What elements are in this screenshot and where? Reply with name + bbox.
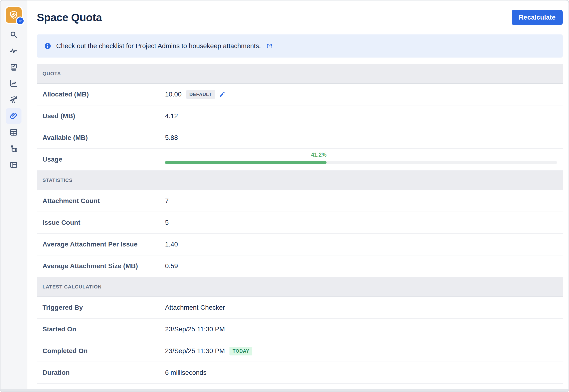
row-attachment-count: Attachment Count 7 [37,190,563,212]
row-label: Attachment Count [37,197,165,205]
section-header-statistics: STATISTICS [37,170,563,190]
sidebar-item-search[interactable] [6,27,21,42]
row-label: Started On [37,325,165,333]
sidebar-nav [6,27,21,173]
completed-on-value: 23/Sep/25 11:30 PM [165,347,225,355]
row-triggered-by: Triggered By Attachment Checker [37,297,563,319]
activity-pulse-icon [9,47,18,55]
table-icon [9,128,18,137]
row-issue-count: Issue Count 5 [37,212,563,234]
row-label: Triggered By [37,304,165,311]
avg-attachment-per-issue-value: 1.40 [165,240,178,248]
window-bottom-edge [0,389,569,392]
main-content: Space Quota Recalculate Check out the ch… [27,0,569,392]
sidebar-item-layout[interactable] [6,157,21,173]
row-value: 23/Sep/25 11:30 PM TODAY [165,347,252,355]
row-allocated: Allocated (MB) 10.00 DEFAULT [37,84,563,105]
quota-table: QUOTA Allocated (MB) 10.00 DEFAULT Used … [37,64,563,384]
row-label: Duration [37,369,165,377]
row-available: Available (MB) 5.88 [37,127,563,149]
sidebar-item-attachments[interactable] [6,108,21,124]
triggered-by-value: Attachment Checker [165,304,225,311]
today-badge: TODAY [230,347,252,355]
telescope-icon [9,96,18,104]
usage-fill [165,161,326,164]
usage-percent-label: 41.2% [311,152,326,158]
layout-panel-icon [9,161,18,169]
row-label: Used (MB) [37,112,165,120]
info-banner: Check out the checklist for Project Admi… [37,34,563,57]
usage-bar: 41.2% [165,149,557,170]
app-window: Space Quota Recalculate Check out the ch… [0,0,569,392]
app-logo[interactable] [6,7,22,23]
row-value: 10.00 DEFAULT [165,90,225,99]
edit-pencil-icon[interactable] [219,91,225,98]
duration-value: 6 milliseconds [165,369,207,377]
notes-badge [16,16,25,25]
list-lines-icon [18,19,23,23]
sidebar-item-hierarchy[interactable] [6,141,21,156]
page-header: Space Quota Recalculate [37,10,563,25]
issue-count-value: 5 [165,219,169,226]
row-used: Used (MB) 4.12 [37,105,563,127]
row-started-on: Started On 23/Sep/25 11:30 PM [37,319,563,340]
row-avg-attachment-size: Average Attachment Size (MB) 0.59 [37,255,563,277]
row-duration: Duration 6 milliseconds [37,362,563,384]
row-label: Average Attachment Size (MB) [37,262,165,270]
row-label: Completed On [37,347,165,355]
sidebar [0,0,27,392]
row-label: Allocated (MB) [37,91,165,98]
usage-track [165,161,557,164]
row-avg-attachment-per-issue: Average Attachment Per Issue 1.40 [37,234,563,255]
sidebar-item-table[interactable] [6,125,21,140]
row-label: Average Attachment Per Issue [37,240,165,248]
row-usage: Usage 41.2% [37,149,563,170]
row-completed-on: Completed On 23/Sep/25 11:30 PM TODAY [37,340,563,362]
section-header-latest-calculation: LATEST CALCULATION [37,277,563,297]
monitor-check-icon [9,63,18,71]
paperclip-icon [9,112,18,120]
section-header-quota: QUOTA [37,64,563,84]
used-value: 4.12 [165,112,178,120]
info-icon [44,43,51,49]
avg-attachment-size-value: 0.59 [165,262,178,270]
allocated-value: 10.00 [165,91,182,98]
sidebar-item-trend-chart[interactable] [6,76,21,91]
attachment-count-value: 7 [165,197,169,205]
row-label: Available (MB) [37,134,165,141]
search-icon [9,30,18,39]
sidebar-item-activity[interactable] [6,43,21,59]
default-badge: DEFAULT [186,90,215,99]
external-link-icon[interactable] [266,43,273,49]
trend-chart-icon [9,79,18,88]
recalculate-button[interactable]: Recalculate [512,10,563,25]
row-label: Issue Count [37,219,165,226]
available-value: 5.88 [165,134,178,141]
started-on-value: 23/Sep/25 11:30 PM [165,325,225,333]
row-label: Usage [37,156,165,163]
sidebar-item-telescope[interactable] [6,92,21,108]
sidebar-item-monitor[interactable] [6,59,21,75]
hierarchy-icon [9,144,18,153]
page-title: Space Quota [37,11,102,24]
banner-message: Check out the checklist for Project Admi… [56,42,261,50]
